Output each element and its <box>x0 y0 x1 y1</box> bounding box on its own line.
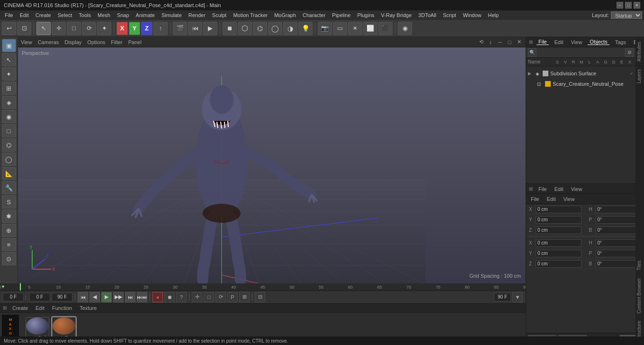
axis-z-button[interactable]: Z <box>141 22 152 35</box>
tab-edit-obj[interactable]: Edit <box>553 39 565 45</box>
bg-button[interactable]: ⬜ <box>363 22 377 35</box>
left-tool-point[interactable]: □ <box>2 124 16 137</box>
coord-x-rot-val[interactable]: 0° <box>596 206 642 213</box>
tl-motion-btn5[interactable]: ⊞ <box>239 292 250 302</box>
axis-y-button[interactable]: Y <box>129 22 140 35</box>
select-tool-button[interactable]: ↖ <box>36 22 51 35</box>
frame-current-input[interactable] <box>3 293 24 301</box>
frame-end-input[interactable] <box>494 293 511 301</box>
left-tool-edge[interactable]: ◉ <box>2 110 16 123</box>
minimize-button[interactable]: ─ <box>617 2 623 9</box>
coord-sz-val[interactable]: 0 cm <box>536 260 581 268</box>
coord-z-pos-val[interactable]: 0 cm <box>536 227 581 234</box>
vp-menu-cameras[interactable]: Cameras <box>38 39 59 45</box>
render-settings-button[interactable]: ⊡ <box>17 22 31 35</box>
render-animation-button[interactable]: ▶ <box>203 22 217 35</box>
vp-icon-min[interactable]: ─ <box>496 38 504 46</box>
pb-play[interactable]: ▶ <box>101 292 112 302</box>
tl-motion-btn3[interactable]: ⟳ <box>215 292 226 302</box>
props-tab-view[interactable]: View <box>562 196 577 202</box>
vp-menu-filter[interactable]: Filter <box>111 39 122 45</box>
menu-sculpt[interactable]: Sculpt <box>209 10 230 20</box>
vp-icon-max[interactable]: □ <box>506 38 513 46</box>
render-picture-button[interactable]: ⏮ <box>188 22 202 35</box>
obj-scary-creature[interactable]: ⊡ Scary_Creature_Neutral_Pose <box>526 79 635 89</box>
viewport[interactable]: View Cameras Display Options Filter Pane… <box>18 37 526 283</box>
coord-y-pos-val[interactable]: 0 cm <box>536 216 581 224</box>
pb-first-frame[interactable]: ⏮ <box>78 292 88 302</box>
pb-prev-frame[interactable]: ◀ <box>89 292 100 302</box>
vp-icon-arrows[interactable]: ↕ <box>487 38 494 46</box>
vp-menu-display[interactable]: Display <box>64 39 81 45</box>
tab-file-attr[interactable]: File <box>537 186 549 192</box>
vtab-tiles[interactable]: Tiles <box>635 257 644 274</box>
tl-motion-btn1[interactable]: ✛ <box>192 292 202 302</box>
axis-x-button[interactable]: X <box>116 22 128 35</box>
menu-pipeline[interactable]: Pipeline <box>329 10 353 20</box>
undo-button[interactable]: ↩ <box>2 22 16 35</box>
left-tool-deform[interactable]: ✦ <box>2 67 16 81</box>
menu-file[interactable]: File <box>2 10 16 20</box>
tl-help-btn[interactable]: ? <box>176 292 187 302</box>
menu-edit[interactable]: Edit <box>17 10 32 20</box>
scale-tool-button[interactable]: □ <box>67 22 81 35</box>
transform-tool-button[interactable]: ✦ <box>97 22 111 35</box>
left-tool-object[interactable]: ↖ <box>2 53 16 66</box>
vp-menu-options[interactable]: Options <box>87 39 105 45</box>
tab-objects[interactable]: Objects <box>588 39 609 45</box>
mat-tab-create[interactable]: Create <box>10 305 30 311</box>
menu-help[interactable]: Help <box>485 10 502 20</box>
tl-end-btn[interactable]: ▼ <box>512 292 523 302</box>
light-button[interactable]: 💡 <box>298 22 313 35</box>
coord-hx-val[interactable]: 0° <box>596 239 642 247</box>
render-view-button[interactable]: 🎬 <box>173 22 187 35</box>
frame-in-input[interactable] <box>29 293 50 301</box>
tab-view-obj[interactable]: View <box>569 39 584 45</box>
vp-menu-view[interactable]: View <box>21 39 32 45</box>
tl-timeline-btn[interactable]: ⊟ <box>255 292 265 302</box>
props-tab-edit[interactable]: Edit <box>545 196 558 202</box>
tab-tags[interactable]: Tags <box>613 39 628 45</box>
pb-end[interactable]: ⏭⏭ <box>137 292 147 302</box>
pb-last-frame[interactable]: ⏭ <box>125 292 135 302</box>
viewport-canvas[interactable]: Perspective X Y Z Grid Spacing : 100 cm <box>18 47 526 283</box>
left-tool-poly[interactable]: ◈ <box>2 96 16 109</box>
vp-icon-close[interactable]: ✕ <box>515 38 523 46</box>
left-tool-circle[interactable]: ◯ <box>2 153 16 166</box>
move-tool-button[interactable]: ✛ <box>52 22 66 35</box>
layout-dropdown[interactable]: Startup <box>611 11 642 19</box>
menu-tools[interactable]: Tools <box>76 10 94 20</box>
tab-file-obj[interactable]: File <box>537 39 549 45</box>
cylinder-button[interactable]: ⌬ <box>253 22 267 35</box>
vtab-attributes[interactable]: Attributes <box>635 38 644 65</box>
menu-mograph[interactable]: MoGraph <box>271 10 299 20</box>
sky-button[interactable]: ☀ <box>348 22 362 35</box>
mat-tab-edit[interactable]: Edit <box>34 305 46 311</box>
menu-plugins[interactable]: Plugins <box>354 10 377 20</box>
vtab-layers[interactable]: Layers <box>635 65 644 87</box>
menu-motion-tracker[interactable]: Motion Tracker <box>230 10 270 20</box>
axis-world-button[interactable]: ↑ <box>153 22 168 35</box>
menu-simulate[interactable]: Simulate <box>159 10 185 20</box>
obj-subdivision-surface[interactable]: ▶ ◈ Subdivision Surface ✓ <box>526 68 635 79</box>
sphere-button[interactable]: ⬡ <box>238 22 252 35</box>
menu-render[interactable]: Render <box>186 10 208 20</box>
coord-sx-val[interactable]: 0 cm <box>536 239 581 247</box>
plane-button[interactable]: ◑ <box>283 22 297 35</box>
left-tool-tri[interactable]: ⌬ <box>2 138 16 152</box>
left-tool-layers[interactable]: ⊕ <box>2 224 16 237</box>
tab-view-attr[interactable]: View <box>569 186 584 192</box>
menu-character[interactable]: Character <box>300 10 328 20</box>
coord-sy-val[interactable]: 0 cm <box>536 250 581 257</box>
coord-hy-val[interactable]: 0° <box>596 250 642 257</box>
cube-button[interactable]: ■ <box>223 22 237 35</box>
material-button[interactable]: ◉ <box>398 22 412 35</box>
coord-y-rot-val[interactable]: 0° <box>596 216 642 224</box>
tl-autokey-btn[interactable]: ⏺ <box>164 292 175 302</box>
left-tool-model[interactable]: ▣ <box>2 39 16 52</box>
menu-select[interactable]: Select <box>55 10 75 20</box>
left-tool-grid[interactable]: ≡ <box>2 238 16 251</box>
tab-edit-attr[interactable]: Edit <box>553 186 565 192</box>
tl-record-btn[interactable]: ● <box>152 292 163 302</box>
left-tool-measure[interactable]: 📐 <box>2 167 16 180</box>
